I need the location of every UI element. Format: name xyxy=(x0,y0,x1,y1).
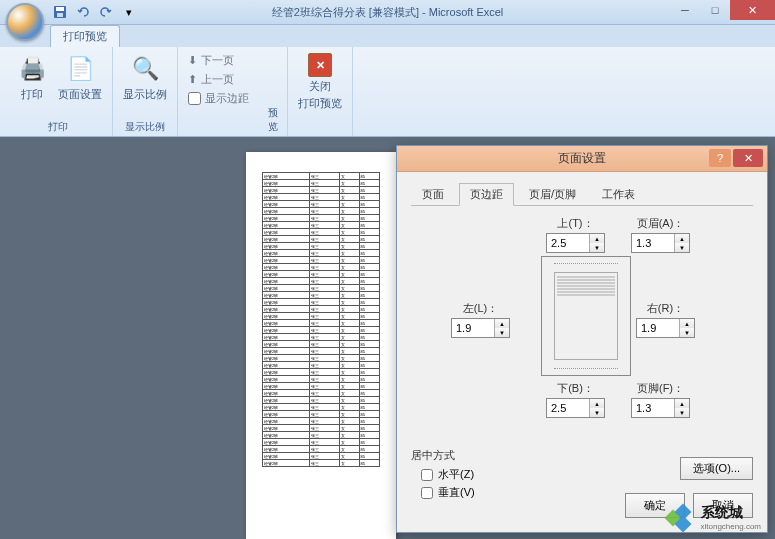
watermark-name: 系统城 xyxy=(701,504,761,522)
magnifier-icon: 🔍 xyxy=(129,53,161,85)
office-button[interactable] xyxy=(6,3,44,41)
spin-up-icon[interactable]: ▲ xyxy=(590,234,604,243)
next-page-button[interactable]: ⬇下一页 xyxy=(184,51,238,70)
bottom-margin-input[interactable] xyxy=(547,399,589,417)
close-preview-icon: ✕ xyxy=(308,53,332,77)
top-margin-spinner[interactable]: ▲▼ xyxy=(546,233,605,253)
dialog-title: 页面设置 xyxy=(558,150,606,167)
dialog-close-button[interactable]: ✕ xyxy=(733,149,763,167)
watermark-logo-icon xyxy=(667,506,697,530)
left-margin-input[interactable] xyxy=(452,319,494,337)
print-label: 打印 xyxy=(21,87,43,102)
svg-rect-1 xyxy=(56,7,64,11)
bottom-margin-spinner[interactable]: ▲▼ xyxy=(546,398,605,418)
header-margin-input[interactable] xyxy=(632,234,674,252)
printer-icon: 🖨️ xyxy=(16,53,48,85)
tab-header-footer[interactable]: 页眉/页脚 xyxy=(518,183,587,206)
ribbon-tab-print-preview[interactable]: 打印预览 xyxy=(50,25,120,47)
bottom-margin-label: 下(B)： xyxy=(557,381,594,396)
print-button[interactable]: 🖨️ 打印 xyxy=(10,51,54,104)
watermark: 系统城 xitongcheng.com xyxy=(667,504,761,531)
show-margins-checkbox[interactable]: 显示边距 xyxy=(184,89,253,108)
spin-down-icon[interactable]: ▼ xyxy=(590,243,604,252)
maximize-button[interactable]: □ xyxy=(700,0,730,20)
footer-margin-input[interactable] xyxy=(632,399,674,417)
qat-redo-icon[interactable] xyxy=(96,3,116,21)
window-title: 经管2班综合得分表 [兼容模式] - Microsoft Excel xyxy=(272,5,504,20)
zoom-label: 显示比例 xyxy=(123,87,167,102)
preview-table: document.write(Array.from({length:42},()… xyxy=(262,172,380,467)
svg-rect-2 xyxy=(57,13,63,17)
minimize-button[interactable]: ─ xyxy=(670,0,700,20)
page-setup-icon: 📄 xyxy=(64,53,96,85)
tab-page[interactable]: 页面 xyxy=(411,183,455,206)
arrow-up-icon: ⬆ xyxy=(188,73,197,86)
header-margin-spinner[interactable]: ▲▼ xyxy=(631,233,690,253)
qat-undo-icon[interactable] xyxy=(73,3,93,21)
group-zoom-label: 显示比例 xyxy=(125,120,165,134)
left-margin-spinner[interactable]: ▲▼ xyxy=(451,318,510,338)
dialog-help-button[interactable]: ? xyxy=(709,149,731,167)
footer-margin-label: 页脚(F)： xyxy=(637,381,684,396)
tab-margins[interactable]: 页边距 xyxy=(459,183,514,206)
group-preview-label: 预览 xyxy=(268,106,287,134)
watermark-url: xitongcheng.com xyxy=(701,522,761,531)
group-print-label: 打印 xyxy=(48,120,68,134)
zoom-button[interactable]: 🔍 显示比例 xyxy=(119,51,171,104)
qat-dropdown-icon[interactable]: ▾ xyxy=(119,3,139,21)
top-margin-label: 上(T)： xyxy=(557,216,593,231)
left-margin-label: 左(L)： xyxy=(463,301,498,316)
options-button[interactable]: 选项(O)... xyxy=(680,457,753,480)
qat-save-icon[interactable] xyxy=(50,3,70,21)
header-margin-label: 页眉(A)： xyxy=(637,216,685,231)
tab-sheet[interactable]: 工作表 xyxy=(591,183,646,206)
footer-margin-spinner[interactable]: ▲▼ xyxy=(631,398,690,418)
right-margin-spinner[interactable]: ▲▼ xyxy=(636,318,695,338)
print-preview-page[interactable]: document.write(Array.from({length:42},()… xyxy=(246,152,396,539)
margin-preview-diagram xyxy=(541,256,631,376)
right-margin-label: 右(R)： xyxy=(647,301,684,316)
page-setup-dialog: 页面设置 ? ✕ 页面 页边距 页眉/页脚 工作表 上(T)： ▲▼ 页眉(A)… xyxy=(396,145,768,533)
page-setup-button[interactable]: 📄 页面设置 xyxy=(54,51,106,104)
prev-page-button[interactable]: ⬆上一页 xyxy=(184,70,238,89)
window-close-button[interactable]: ✕ xyxy=(730,0,775,20)
right-margin-input[interactable] xyxy=(637,319,679,337)
arrow-down-icon: ⬇ xyxy=(188,54,197,67)
close-preview-button[interactable]: ✕ 关闭 打印预览 xyxy=(294,51,346,113)
page-setup-label: 页面设置 xyxy=(58,87,102,102)
top-margin-input[interactable] xyxy=(547,234,589,252)
